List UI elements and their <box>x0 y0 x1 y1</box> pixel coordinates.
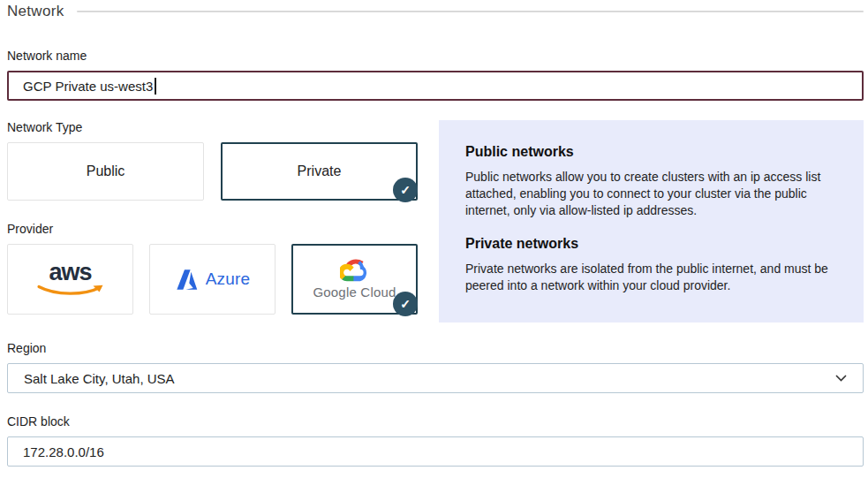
public-networks-heading: Public networks <box>465 144 837 160</box>
cidr-value: 172.28.0.0/16 <box>23 444 104 459</box>
aws-smile-icon <box>36 285 105 297</box>
private-networks-heading: Private networks <box>465 236 837 252</box>
cidr-field: CIDR block 172.28.0.0/16 <box>7 414 864 467</box>
public-networks-info: Public networks Public networks allow yo… <box>465 144 837 219</box>
provider-option-azure[interactable]: Azure <box>149 244 275 315</box>
network-type-private-label: Private <box>298 163 342 179</box>
network-type-public-label: Public <box>87 163 125 179</box>
google-cloud-icon <box>340 259 369 282</box>
network-name-field: Network name GCP Private us-west3 <box>7 49 864 101</box>
network-name-input[interactable]: GCP Private us-west3 <box>7 71 864 101</box>
check-icon: ✓ <box>393 292 418 316</box>
cidr-input[interactable]: 172.28.0.0/16 <box>7 436 864 467</box>
region-field: Region Salt Lake City, Utah, USA <box>7 341 864 393</box>
azure-label: Azure <box>206 269 251 289</box>
network-type-label: Network Type <box>7 120 422 134</box>
network-form: Network Network name GCP Private us-west… <box>0 0 868 467</box>
left-column: Network Type Public Private ✓ Provider a… <box>7 120 422 322</box>
private-networks-description: Private networks are isolated from the p… <box>465 261 837 294</box>
azure-icon <box>175 269 199 291</box>
provider-field: Provider aws <box>7 222 422 315</box>
provider-option-google-cloud[interactable]: Google Cloud ✓ <box>291 244 418 315</box>
chevron-down-icon <box>835 375 847 382</box>
region-label: Region <box>7 341 864 355</box>
region-select[interactable]: Salt Lake City, Utah, USA <box>7 363 864 393</box>
header-divider <box>77 11 864 12</box>
provider-option-aws[interactable]: aws <box>7 244 133 315</box>
region-value: Salt Lake City, Utah, USA <box>24 371 175 386</box>
provider-label: Provider <box>7 222 422 236</box>
network-type-cards: Public Private ✓ <box>7 142 422 201</box>
network-type-option-private[interactable]: Private ✓ <box>221 142 418 201</box>
network-name-label: Network name <box>7 49 864 63</box>
page-title: Network <box>7 3 64 20</box>
aws-wordmark: aws <box>49 262 91 285</box>
private-networks-info: Private networks Private networks are is… <box>465 236 837 294</box>
network-name-value: GCP Private us-west3 <box>23 79 153 94</box>
network-type-option-public[interactable]: Public <box>7 142 204 201</box>
check-icon: ✓ <box>393 178 418 202</box>
aws-logo-icon: aws <box>36 262 105 297</box>
cidr-label: CIDR block <box>7 414 864 429</box>
network-info-panel: Public networks Public networks allow yo… <box>439 120 864 322</box>
provider-cards: aws Azure <box>7 244 422 315</box>
google-cloud-logo: Google Cloud <box>313 259 396 300</box>
type-provider-row: Network Type Public Private ✓ Provider a… <box>7 120 864 322</box>
google-cloud-label: Google Cloud <box>313 285 396 300</box>
public-networks-description: Public networks allow you to create clus… <box>465 169 837 219</box>
azure-logo: Azure <box>175 269 251 291</box>
section-header: Network <box>7 2 864 21</box>
text-cursor <box>155 78 156 95</box>
